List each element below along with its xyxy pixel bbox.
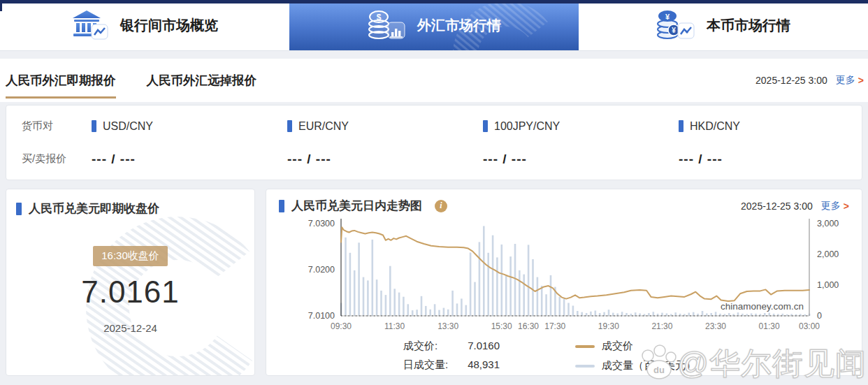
tab-label-fx-market: 外汇市场行情	[417, 16, 501, 35]
volume-stat-label: 日成交量:	[403, 358, 465, 372]
bid-ask-usd-cny: --- / ---	[92, 152, 287, 167]
intraday-chart-card: 人民币兑美元日内走势图 i 2025-12-25 3:00 更多 > 7.030…	[266, 189, 862, 376]
pair-hkd-cny[interactable]: HKD/CNY	[679, 120, 862, 133]
chart-stats: 成交价: 7.0160 日成交量: 48,931	[403, 340, 500, 376]
pair-name: 100JPY/CNY	[494, 120, 560, 133]
svg-text:21:30: 21:30	[651, 321, 672, 331]
volume-legend-label: 成交量（百万美元）	[602, 359, 696, 372]
svg-text:¥: ¥	[665, 13, 670, 21]
quotes-more-link[interactable]: 更多	[836, 74, 855, 87]
price-legend-swatch	[575, 345, 595, 348]
svg-text:0: 0	[817, 311, 822, 321]
pair-marker	[483, 120, 488, 132]
volume-stat-value: 48,931	[468, 358, 500, 370]
closing-time-badge: 16:30收盘价	[93, 246, 168, 266]
row-label-pair: 货币对	[22, 119, 92, 133]
quotes-more-arrow-icon[interactable]: >	[858, 75, 864, 86]
closing-price-card: 人民币兑美元即期收盘价 16:30收盘价 7.0161 2025-12-24	[6, 189, 255, 376]
svg-text:1,000: 1,000	[817, 280, 839, 290]
chart-timestamp: 2025-12-25 3:00	[741, 201, 813, 212]
svg-text:16:30: 16:30	[518, 321, 539, 331]
fx-spot-quote-table: 货币对 USD/CNY EUR/CNY 100JPY/CNY HKD/CNY 买…	[6, 105, 862, 180]
subnav: 人民币外汇即期报价 人民币外汇远掉报价 2025-12-25 3:00 更多 >	[0, 59, 868, 102]
volume-legend-swatch	[575, 365, 595, 368]
pair-marker	[287, 120, 292, 132]
coins-dollar-chart-icon: $	[367, 9, 406, 41]
svg-text:15:30: 15:30	[491, 321, 512, 331]
top-navy-strip	[0, 0, 868, 3]
bid-ask-100jpy-cny: --- / ---	[483, 152, 679, 167]
chart-more-arrow-icon[interactable]: >	[844, 201, 849, 212]
title-marker	[279, 200, 284, 212]
title-marker	[16, 203, 22, 215]
svg-text:7.0300: 7.0300	[308, 219, 335, 228]
pair-eur-cny[interactable]: EUR/CNY	[287, 120, 483, 133]
pair-100jpy-cny[interactable]: 100JPY/CNY	[483, 120, 679, 133]
svg-text:01:30: 01:30	[759, 321, 780, 331]
cards-row: 人民币兑美元即期收盘价 16:30收盘价 7.0161 2025-12-24 人…	[6, 189, 862, 376]
tab-interbank-overview[interactable]: 银行间市场概览	[0, 0, 289, 50]
tab-local-currency-market[interactable]: ¥ ¥ 本币市场行情	[579, 0, 868, 50]
bid-ask-hkd-cny: --- / ---	[679, 152, 862, 167]
tab-label-local-currency: 本币市场行情	[707, 16, 790, 35]
tab-fx-market[interactable]: $ 外汇市场行情	[289, 0, 579, 50]
coins-yuan-chart-icon: ¥ ¥	[656, 9, 695, 41]
row-label-bid-ask: 买/卖报价	[22, 152, 92, 166]
chart-card-title: 人民币兑美元日内走势图	[291, 198, 422, 214]
pair-marker	[92, 120, 96, 132]
svg-text:19:30: 19:30	[598, 321, 619, 331]
svg-text:17:30: 17:30	[544, 321, 565, 331]
svg-text:2,000: 2,000	[817, 249, 839, 259]
svg-text:11:30: 11:30	[384, 321, 405, 331]
chart-legend: 成交价 成交量（百万美元）	[575, 340, 696, 376]
price-stat-label: 成交价:	[403, 340, 465, 353]
tab-label-interbank: 银行间市场概览	[120, 16, 218, 35]
bid-ask-eur-cny: --- / ---	[287, 152, 483, 167]
intraday-price-volume-chart[interactable]: 7.03007.02007.01003,0002,0001,000009:301…	[279, 215, 851, 335]
pair-name: HKD/CNY	[690, 120, 740, 133]
price-stat-value: 7.0160	[468, 340, 500, 351]
left-navy-notch	[0, 0, 2, 11]
svg-text:23:30: 23:30	[705, 321, 726, 331]
svg-text:09:30: 09:30	[331, 321, 352, 331]
subtab-spot-quotes[interactable]: 人民币外汇即期报价	[6, 58, 116, 103]
pair-name: USD/CNY	[103, 120, 153, 133]
chart-footer: 成交价: 7.0160 日成交量: 48,931 成交价 成交量（百万美元）	[279, 337, 849, 376]
price-legend-label: 成交价	[602, 340, 633, 353]
closing-price-date: 2025-12-24	[16, 322, 245, 334]
info-icon[interactable]: i	[435, 200, 447, 212]
svg-text:7.0100: 7.0100	[308, 311, 335, 321]
subtab-forward-swap-quotes[interactable]: 人民币外汇远掉报价	[147, 58, 257, 103]
bank-building-chart-icon	[71, 10, 109, 41]
svg-text:3,000: 3,000	[817, 219, 839, 228]
svg-text:¥: ¥	[672, 27, 676, 34]
quotes-timestamp: 2025-12-25 3:00	[755, 75, 827, 86]
pair-name: EUR/CNY	[298, 120, 349, 133]
closing-price-value: 7.0161	[16, 275, 245, 310]
pair-marker	[679, 120, 683, 132]
svg-text:chinamoney.com.cn: chinamoney.com.cn	[721, 301, 804, 312]
svg-text:03:00: 03:00	[799, 321, 820, 331]
svg-text:$: $	[377, 13, 382, 22]
svg-text:13:30: 13:30	[437, 321, 458, 331]
svg-text:7.0200: 7.0200	[308, 265, 335, 275]
chart-more-link[interactable]: 更多	[821, 200, 841, 212]
pair-usd-cny[interactable]: USD/CNY	[92, 120, 287, 133]
closing-card-title: 人民币兑美元即期收盘价	[29, 201, 159, 217]
main-nav: 银行间市场概览 $ 外汇市场行情	[0, 0, 868, 51]
